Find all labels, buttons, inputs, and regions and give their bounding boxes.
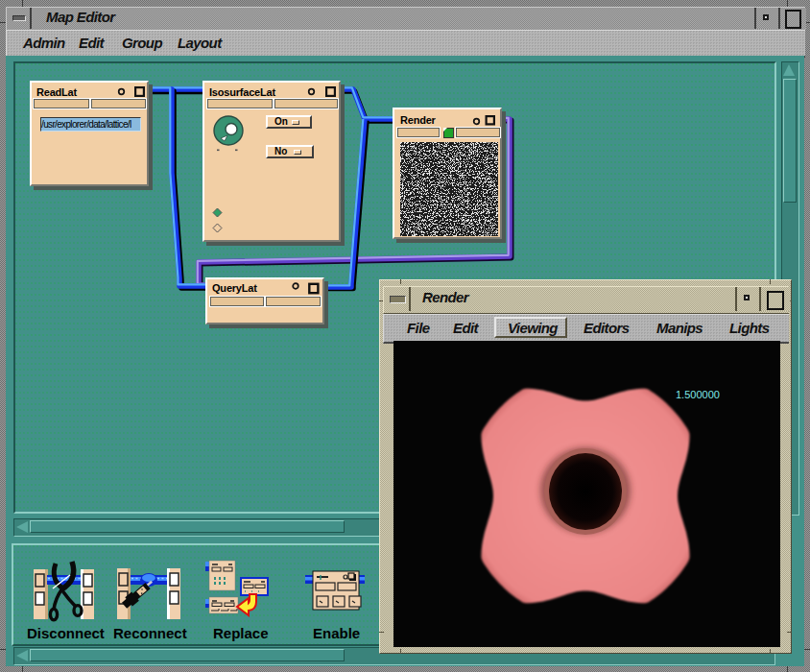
svg-text:1.500000: 1.500000	[676, 389, 720, 400]
